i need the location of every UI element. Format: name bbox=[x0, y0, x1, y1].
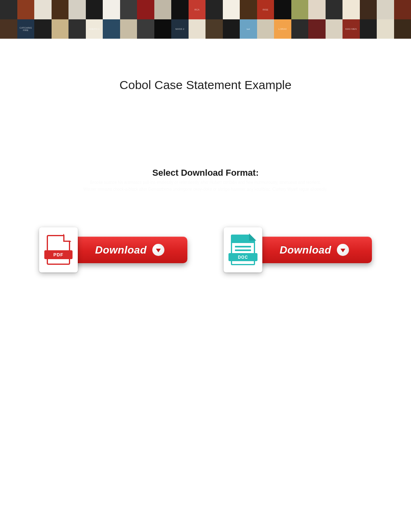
download-pdf-button[interactable]: Download bbox=[72, 237, 187, 263]
banner-thumb bbox=[154, 19, 172, 39]
banner-thumb bbox=[342, 0, 360, 19]
banner-thumb: RCA bbox=[189, 0, 206, 19]
banner-thumb bbox=[34, 0, 52, 19]
banner-thumb bbox=[154, 0, 172, 19]
banner-thumb: ted bbox=[240, 19, 257, 39]
banner-thumb bbox=[120, 0, 137, 19]
download-arrow-icon bbox=[152, 244, 164, 256]
watermark-text-1: Brooke sconce his aromatics pull-ins end… bbox=[0, 180, 411, 185]
banner-thumb bbox=[377, 19, 394, 39]
banner-thumb bbox=[103, 0, 120, 19]
download-doc-button[interactable]: Download bbox=[257, 237, 372, 263]
banner-thumb: LORAX bbox=[274, 19, 291, 39]
banner-thumb bbox=[206, 19, 223, 39]
banner-thumb: MAD MEN bbox=[342, 19, 360, 39]
banner-thumb bbox=[360, 19, 377, 39]
banner-thumb bbox=[171, 0, 189, 19]
doc-file-icon: DOC bbox=[231, 235, 255, 265]
page-title: Cobol Case Statement Example bbox=[0, 78, 411, 92]
banner-thumb: RISE bbox=[257, 0, 274, 19]
banner-thumb bbox=[103, 19, 120, 39]
pdf-file-card: PDF bbox=[39, 227, 78, 272]
banner-thumb bbox=[223, 19, 240, 39]
banner-thumb bbox=[86, 0, 103, 19]
download-pdf-label: Download bbox=[95, 244, 147, 256]
banner-thumb bbox=[394, 19, 411, 39]
pdf-badge-label: PDF bbox=[54, 252, 64, 257]
banner-thumb bbox=[34, 19, 52, 39]
download-unit-pdf: PDF Download bbox=[39, 227, 187, 272]
banner-thumb bbox=[52, 0, 69, 19]
banner-thumb bbox=[257, 19, 274, 39]
banner-thumb bbox=[394, 0, 411, 19]
banner-thumb bbox=[326, 0, 343, 19]
banner-thumb bbox=[308, 19, 326, 39]
banner-thumb bbox=[0, 0, 17, 19]
banner-thumb bbox=[326, 19, 343, 39]
banner-thumb bbox=[68, 19, 86, 39]
banner-thumb bbox=[291, 19, 309, 39]
banner-thumb bbox=[206, 0, 223, 19]
banner-collage: RCARISECATCHING FIREAMERICAMASS 2tedLORA… bbox=[0, 0, 411, 39]
banner-thumb bbox=[223, 0, 240, 19]
banner-thumb bbox=[137, 0, 154, 19]
banner-thumb bbox=[274, 0, 291, 19]
banner-thumb bbox=[68, 0, 86, 19]
download-options: PDF Download DOC Download bbox=[0, 227, 411, 272]
banner-thumb bbox=[0, 19, 17, 39]
banner-thumb bbox=[308, 0, 326, 19]
banner-thumb bbox=[137, 19, 154, 39]
banner-thumb: MASS 2 bbox=[171, 19, 189, 39]
banner-thumb bbox=[360, 0, 377, 19]
watermark-text-2: Werner remains chock-a-block after Demos… bbox=[0, 187, 411, 192]
download-doc-label: Download bbox=[280, 244, 331, 256]
banner-thumb bbox=[17, 0, 35, 19]
banner-thumb: AMERICA bbox=[86, 19, 103, 39]
download-unit-doc: DOC Download bbox=[224, 227, 372, 272]
banner-thumb: CATCHING FIRE bbox=[17, 19, 35, 39]
download-arrow-icon bbox=[337, 244, 349, 256]
banner-thumb bbox=[291, 0, 309, 19]
pdf-file-icon: PDF bbox=[47, 235, 70, 265]
doc-file-card: DOC bbox=[224, 227, 262, 272]
banner-thumb bbox=[377, 0, 394, 19]
banner-thumb bbox=[189, 19, 206, 39]
banner-thumb bbox=[120, 19, 137, 39]
banner-thumb bbox=[240, 0, 257, 19]
doc-badge-label: DOC bbox=[238, 255, 248, 260]
select-format-heading: Select Download Format: bbox=[0, 168, 411, 178]
banner-thumb bbox=[52, 19, 69, 39]
